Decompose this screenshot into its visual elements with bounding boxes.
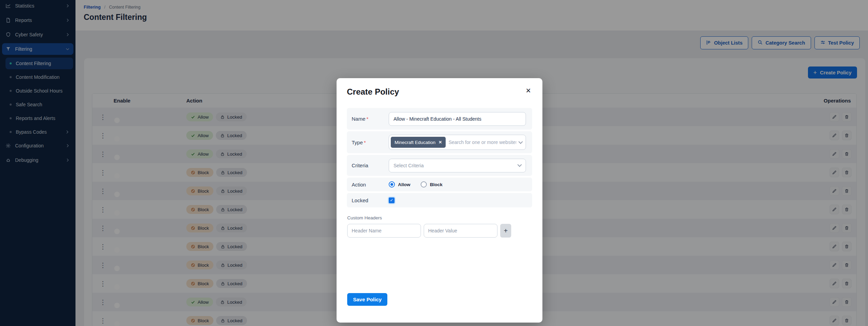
policy-form: Name* Type* Minecraft Education ✕ Search…: [347, 108, 532, 209]
policy-name-input[interactable]: [389, 112, 526, 126]
type-field-row: Type* Minecraft Education ✕ Search for o…: [347, 131, 532, 153]
required-asterisk: *: [366, 116, 368, 122]
custom-headers-title: Custom Headers: [347, 215, 511, 220]
name-field-row: Name*: [347, 108, 532, 130]
modal-title: Create Policy: [347, 87, 399, 97]
chevron-down-icon: [517, 162, 522, 167]
locked-checkbox[interactable]: ✓: [389, 197, 395, 203]
custom-headers-row: +: [347, 224, 511, 238]
header-value-input[interactable]: [424, 224, 497, 238]
app-root: StatisticsReportsCyber SafetyFilteringCo…: [0, 0, 868, 326]
locked-label: Locked: [352, 197, 389, 203]
chevron-down-icon: [518, 140, 523, 144]
criteria-select[interactable]: Select Criteria: [389, 159, 526, 172]
locked-field-row: Locked ✓: [347, 193, 532, 207]
criteria-placeholder: Select Criteria: [394, 163, 518, 168]
action-label: Action: [352, 182, 389, 188]
radio-selected-icon[interactable]: [389, 181, 395, 188]
action-radio-group: Allow Block: [389, 181, 443, 188]
add-header-button[interactable]: +: [500, 224, 511, 238]
action-option-allow[interactable]: Allow: [389, 181, 410, 188]
header-name-input[interactable]: [347, 224, 421, 238]
criteria-field-row: Criteria Select Criteria: [347, 155, 532, 176]
remove-tag-icon[interactable]: ✕: [438, 140, 442, 145]
action-field-row: Action Allow Block: [347, 178, 532, 191]
action-option-block[interactable]: Block: [421, 181, 443, 188]
close-icon[interactable]: ✕: [524, 86, 533, 95]
save-policy-button[interactable]: Save Policy: [347, 293, 387, 306]
type-multiselect[interactable]: Minecraft Education ✕ Search for one or …: [389, 135, 526, 150]
type-label: Type*: [352, 140, 389, 145]
name-label: Name*: [352, 116, 389, 122]
custom-headers-section: Custom Headers +: [347, 215, 511, 238]
selected-type-tag: Minecraft Education ✕: [391, 137, 446, 148]
radio-unselected-icon[interactable]: [421, 181, 427, 188]
required-asterisk: *: [364, 140, 366, 145]
create-policy-modal: Create Policy ✕ Name* Type* Minecraft Ed…: [337, 78, 542, 323]
criteria-label: Criteria: [352, 162, 389, 168]
type-search-placeholder: Search for one or more websites: [448, 140, 516, 145]
